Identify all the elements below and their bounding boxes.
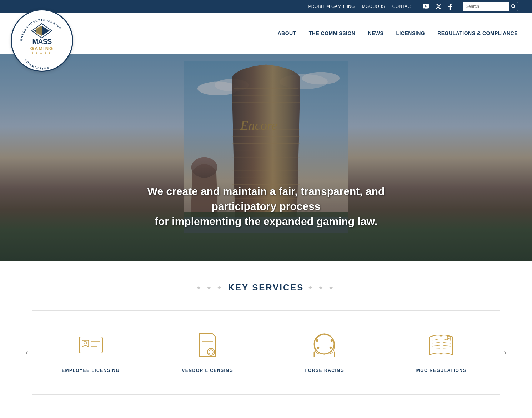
twitter-icon[interactable]: [434, 3, 442, 10]
services-grid: EMPLOYEE LICENSING: [32, 310, 500, 395]
nav-commission[interactable]: THE COMMISSION: [309, 30, 356, 36]
employee-licensing-label: EMPLOYEE LICENSING: [62, 368, 120, 373]
nav-item-licensing[interactable]: LICENSING: [396, 30, 425, 36]
horse-racing-icon: [308, 329, 341, 361]
svg-point-46: [209, 350, 213, 354]
facebook-icon[interactable]: [446, 3, 454, 10]
nav-item-about[interactable]: ABOUT: [277, 30, 296, 36]
logo-circle: MASSACHUSETTS GAMING COMMISSION MASS GAM…: [11, 9, 73, 72]
stars-right: ★ ★ ★: [308, 285, 336, 290]
search-bar[interactable]: [463, 2, 518, 11]
search-button[interactable]: [509, 2, 518, 11]
horse-racing-card[interactable]: HORSE RACING: [266, 310, 383, 395]
section-title: ★ ★ ★ KEY SERVICES ★ ★ ★: [21, 283, 511, 293]
vendor-licensing-label: VENDOR LICENSING: [182, 368, 233, 373]
hero-section: Encore We create and maintain a fair, tr…: [0, 54, 532, 261]
mgc-regulations-card[interactable]: MGC REGULATIONS: [383, 310, 500, 395]
problem-gambling-link[interactable]: PROBLEM GAMBLING: [308, 4, 355, 9]
nav-item-news[interactable]: NEWS: [368, 30, 383, 36]
hero-text: We create and maintain a fair, transpare…: [0, 184, 532, 229]
svg-point-53: [316, 339, 318, 341]
top-bar-social: [422, 3, 454, 10]
nav-regulations[interactable]: REGULATIONS & COMPLIANCE: [437, 30, 518, 36]
nav-news[interactable]: NEWS: [368, 30, 383, 36]
stars-left: ★ ★ ★: [196, 285, 224, 290]
vendor-licensing-icon: [191, 329, 224, 361]
nav-item-regulations[interactable]: REGULATIONS & COMPLIANCE: [437, 30, 518, 36]
svg-point-55: [331, 339, 333, 341]
services-carousel: ‹ EMPLOYEE LICENSING: [21, 310, 511, 395]
top-bar: PROBLEM GAMBLING MGC JOBS CONTACT: [0, 0, 532, 13]
nav-item-commission[interactable]: THE COMMISSION: [309, 30, 356, 36]
logo-arc-svg: MASSACHUSETTS GAMING COMMISSION: [12, 10, 74, 73]
horse-racing-label: HORSE RACING: [305, 368, 344, 373]
youtube-icon[interactable]: [422, 3, 430, 10]
logo[interactable]: MASSACHUSETTS GAMING COMMISSION MASS GAM…: [11, 9, 73, 72]
svg-point-56: [330, 347, 332, 348]
mgc-jobs-link[interactable]: MGC JOBS: [362, 4, 385, 9]
mgc-regulations-label: MGC REGULATIONS: [416, 368, 466, 373]
vendor-licensing-card[interactable]: VENDOR LICENSING: [149, 310, 266, 395]
section-heading: KEY SERVICES: [228, 283, 304, 293]
nav-menu: ABOUT THE COMMISSION NEWS LICENSING REGU…: [277, 30, 518, 36]
employee-licensing-icon: [75, 329, 107, 361]
top-bar-links: PROBLEM GAMBLING MGC JOBS CONTACT: [308, 4, 413, 9]
nav-licensing[interactable]: LICENSING: [396, 30, 425, 36]
svg-line-61: [432, 349, 440, 349]
svg-point-54: [317, 347, 319, 348]
carousel-next-button[interactable]: ›: [500, 342, 511, 363]
svg-line-59: [432, 342, 440, 343]
svg-point-0: [512, 5, 515, 8]
search-input[interactable]: [463, 2, 509, 11]
svg-line-63: [443, 342, 451, 343]
key-services-section: ★ ★ ★ KEY SERVICES ★ ★ ★ ‹: [0, 261, 532, 409]
svg-line-65: [443, 349, 451, 349]
svg-text:COMMISSION: COMMISSION: [24, 58, 51, 70]
main-nav: ABOUT THE COMMISSION NEWS LICENSING REGU…: [73, 30, 518, 36]
nav-about[interactable]: ABOUT: [277, 30, 296, 36]
carousel-prev-button[interactable]: ‹: [21, 342, 32, 363]
svg-point-38: [84, 341, 87, 344]
hero-tagline: We create and maintain a fair, transpare…: [114, 184, 418, 229]
svg-line-60: [432, 345, 440, 346]
header: MASSACHUSETTS GAMING COMMISSION MASS GAM…: [0, 13, 532, 54]
svg-line-1: [515, 8, 516, 9]
svg-text:MASSACHUSETTS GAMING: MASSACHUSETTS GAMING: [20, 18, 62, 41]
svg-line-64: [443, 345, 451, 346]
contact-link[interactable]: CONTACT: [392, 4, 413, 9]
employee-licensing-card[interactable]: EMPLOYEE LICENSING: [32, 310, 149, 395]
mgc-regulations-icon: [425, 329, 457, 361]
svg-line-58: [432, 339, 440, 340]
hero-overlay: [0, 54, 532, 261]
svg-rect-36: [79, 337, 102, 353]
